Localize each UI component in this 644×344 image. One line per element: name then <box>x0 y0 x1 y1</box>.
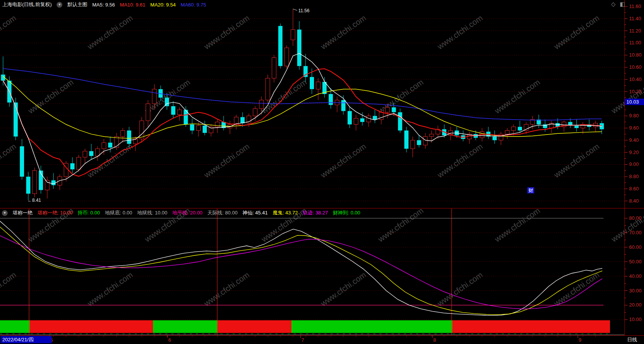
watermark-text: www.cfchi.com <box>609 78 644 115</box>
svg-text:9.80: 9.80 <box>629 113 639 118</box>
candle <box>215 122 220 127</box>
svg-text:9: 9 <box>579 337 581 343</box>
indicator-value: 轨迹: 38.27 <box>303 209 328 216</box>
candle <box>83 151 87 157</box>
signal-band-segment <box>291 320 452 333</box>
period-label[interactable]: 日线 <box>627 336 637 343</box>
svg-text:60.00: 60.00 <box>629 244 642 250</box>
indicator-value: 地平线: 20.00 <box>172 209 203 216</box>
candle <box>89 151 93 156</box>
candle <box>121 130 125 136</box>
candle <box>114 136 119 148</box>
candle <box>511 127 516 131</box>
svg-text:50.00: 50.00 <box>629 259 642 264</box>
chevron-down-icon[interactable]: ▼ <box>2 210 8 216</box>
chart-canvas[interactable]: www.cfchi.comwww.cfchi.comwww.cfchi.comw… <box>0 0 644 344</box>
price-axis: 8.408.608.809.009.209.409.609.8010.0010.… <box>624 0 642 335</box>
symbol-title: 上海电影(日线,前复权) <box>2 1 52 8</box>
candle <box>51 180 55 185</box>
watermark-text: www.cfchi.com <box>85 270 134 308</box>
ma10-value: MA10: 9.61 <box>120 2 146 8</box>
watermark-text: www.cfchi.com <box>202 142 251 180</box>
candle <box>76 157 81 169</box>
date-axis: 56789 <box>3 336 595 343</box>
indicator-value: 持币: 0.00 <box>78 209 100 216</box>
diamond-icon[interactable]: ◇ <box>611 1 616 8</box>
indicator-value: 财神到: 0.00 <box>333 209 360 216</box>
candle <box>146 104 150 121</box>
candle <box>379 112 383 120</box>
candle <box>140 121 144 139</box>
watermark-text: www.cfchi.com <box>552 142 601 180</box>
candle <box>272 58 276 78</box>
candle <box>493 136 497 140</box>
svg-text:6: 6 <box>168 337 171 343</box>
candle <box>316 82 320 89</box>
candle <box>171 106 176 115</box>
layout-icon[interactable]: ◧ <box>620 1 625 8</box>
watermark-text: www.cfchi.com <box>376 78 425 115</box>
signal-band-segment <box>153 320 218 333</box>
watermark-text: www.cfchi.com <box>609 206 644 244</box>
candle <box>127 130 131 144</box>
watermark-text: www.cfchi.com <box>319 13 368 51</box>
indicator-value: 地狱线: 10.00 <box>137 209 168 216</box>
indicator-value: 神仙: 45.41 <box>242 209 268 216</box>
candle <box>291 29 295 40</box>
watermarks: www.cfchi.comwww.cfchi.comwww.cfchi.comw… <box>0 13 644 308</box>
candle <box>190 125 194 131</box>
signal-band-segment <box>30 320 153 333</box>
candle <box>417 140 421 145</box>
watermark-text: www.cfchi.com <box>319 142 368 180</box>
date-cursor-label: 2022/04/21/四 <box>1 336 52 343</box>
candle <box>26 177 30 194</box>
chevron-down-icon[interactable]: ▼ <box>57 2 62 8</box>
candle <box>203 126 207 133</box>
signal-band-segment <box>452 320 610 333</box>
candle <box>574 126 579 128</box>
svg-text:8: 8 <box>433 337 436 343</box>
signal-band-segment <box>218 320 291 333</box>
svg-text:10.60: 10.60 <box>629 64 642 70</box>
watermark-text: www.cfchi.com <box>319 270 368 308</box>
svg-text:80.00: 80.00 <box>629 215 642 221</box>
svg-text:9.20: 9.20 <box>629 149 639 155</box>
watermark-text: www.cfchi.com <box>202 270 251 308</box>
candle <box>45 180 49 190</box>
candle <box>518 127 522 131</box>
ma60-value: MA60: 9.75 <box>181 2 207 8</box>
candle <box>354 118 358 125</box>
svg-text:70.00: 70.00 <box>629 230 642 235</box>
svg-text:11.20: 11.20 <box>629 28 641 34</box>
candle <box>196 126 200 131</box>
candle <box>253 109 257 116</box>
ma5-value: MA5: 9.56 <box>92 2 115 8</box>
candle <box>278 26 283 66</box>
svg-text:10.20: 10.20 <box>629 89 642 94</box>
watermark-text: www.cfchi.com <box>0 142 18 180</box>
candle <box>360 118 364 122</box>
finance-badge[interactable]: 财 <box>527 187 534 193</box>
app-window: www.cfchi.comwww.cfchi.comwww.cfchi.comw… <box>0 0 644 344</box>
candle <box>341 100 345 111</box>
indicator-value: 天际线: 80.00 <box>207 209 237 216</box>
candle <box>524 125 528 131</box>
latest-price-tag: 10.03 <box>625 99 644 105</box>
candle <box>108 143 112 148</box>
svg-text:10.00: 10.00 <box>629 316 642 322</box>
indicator-header: ▼ 堪称一绝 堪称一绝: 10.00 持币: 0.00 地狱底: 0.00 地狱… <box>0 209 497 217</box>
svg-text:9.60: 9.60 <box>629 125 639 131</box>
candle <box>398 112 402 131</box>
svg-text:30.00: 30.00 <box>629 288 642 294</box>
svg-text:9.00: 9.00 <box>629 161 639 167</box>
svg-text:8.40: 8.40 <box>629 198 639 204</box>
indicator-name[interactable]: 堪称一绝 <box>13 209 33 216</box>
candle <box>373 116 377 120</box>
watermark-text: www.cfchi.com <box>493 206 542 244</box>
candle <box>177 110 182 115</box>
main-overlay-label[interactable]: 默认主图 <box>67 1 87 8</box>
candle <box>241 117 245 123</box>
watermark-text: www.cfchi.com <box>0 270 18 308</box>
svg-text:8.60: 8.60 <box>629 186 639 191</box>
candle <box>33 170 37 193</box>
